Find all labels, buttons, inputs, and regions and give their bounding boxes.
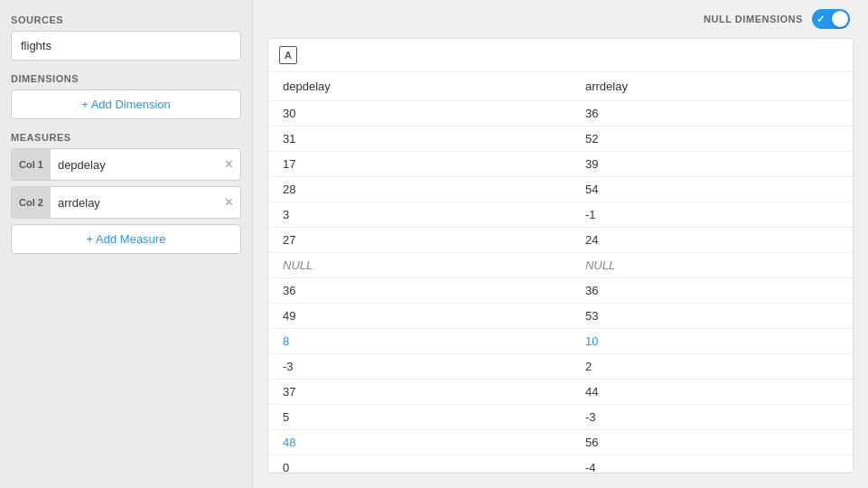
table-header-row: A (268, 39, 853, 72)
cell-arrdelay: 10 (571, 329, 853, 354)
cell-depdelay: 36 (268, 278, 571, 304)
cell-depdelay: 27 (268, 228, 571, 253)
table-type-icon: A (279, 46, 297, 64)
col-header-depdelay: depdelay (268, 72, 571, 101)
cell-arrdelay: NULL (571, 253, 853, 278)
data-table-container: A depdelay arrdelay 30363152173928543-12… (267, 38, 854, 474)
cell-arrdelay: 56 (571, 430, 853, 455)
sources-section: SOURCES (11, 14, 241, 61)
table-row: NULLNULL (268, 253, 853, 278)
cell-arrdelay: 36 (571, 278, 853, 304)
source-input[interactable] (11, 31, 241, 61)
right-area: NULL DIMENSIONS ✓ A depdelay arrdelay 30… (253, 0, 868, 488)
measure-close-2[interactable]: × (218, 187, 240, 218)
cell-depdelay: -3 (268, 354, 571, 380)
table-row: -32 (268, 354, 853, 380)
cell-arrdelay: 44 (571, 380, 853, 405)
cell-arrdelay: 36 (571, 101, 853, 127)
cell-arrdelay: -1 (571, 202, 853, 228)
table-row: 4953 (268, 304, 853, 329)
cell-depdelay: 28 (268, 177, 571, 202)
table-column-headers: depdelay arrdelay (268, 72, 853, 101)
cell-depdelay: NULL (268, 253, 571, 278)
toggle-thumb (832, 11, 848, 27)
table-row: 3152 (268, 127, 853, 152)
cell-arrdelay: 52 (571, 127, 853, 152)
cell-arrdelay: 39 (571, 152, 853, 177)
table-row: 3636 (268, 278, 853, 304)
null-dimensions-toggle[interactable]: ✓ (812, 9, 850, 29)
dimensions-label: DIMENSIONS (11, 73, 241, 84)
cell-arrdelay: -3 (571, 405, 853, 430)
col-badge-2: Col 2 (12, 187, 51, 218)
table-row: 1739 (268, 152, 853, 177)
cell-depdelay: 0 (268, 455, 571, 474)
data-table: depdelay arrdelay 30363152173928543-1272… (268, 72, 853, 473)
cell-depdelay: 8 (268, 329, 571, 354)
measure-row-1: Col 1 × (11, 148, 241, 181)
cell-depdelay: 49 (268, 304, 571, 329)
cell-arrdelay: -4 (571, 455, 853, 474)
top-right-header: NULL DIMENSIONS ✓ (253, 0, 868, 38)
measure-input-2[interactable] (51, 189, 218, 217)
col-badge-1: Col 1 (12, 149, 51, 180)
add-dimension-button[interactable]: + Add Dimension (11, 89, 241, 119)
cell-depdelay: 30 (268, 101, 571, 127)
cell-depdelay: 31 (268, 127, 571, 152)
col-header-arrdelay: arrdelay (571, 72, 853, 101)
cell-arrdelay: 2 (571, 354, 853, 380)
measure-close-1[interactable]: × (218, 149, 240, 180)
cell-depdelay: 48 (268, 430, 571, 455)
measure-row-2: Col 2 × (11, 186, 241, 219)
measures-section: MEASURES Col 1 × Col 2 × + Add Measure (11, 132, 241, 254)
table-row: 2724 (268, 228, 853, 253)
cell-depdelay: 17 (268, 152, 571, 177)
table-row: 5-3 (268, 405, 853, 430)
cell-depdelay: 5 (268, 405, 571, 430)
sources-label: SOURCES (11, 14, 241, 25)
measure-input-1[interactable] (51, 151, 218, 179)
table-row: 3036 (268, 101, 853, 127)
table-row: 3-1 (268, 202, 853, 228)
cell-arrdelay: 53 (571, 304, 853, 329)
null-dimensions-label: NULL DIMENSIONS (704, 14, 803, 24)
table-row: 4856 (268, 430, 853, 455)
cell-depdelay: 3 (268, 202, 571, 228)
cell-depdelay: 37 (268, 380, 571, 405)
add-measure-button[interactable]: + Add Measure (11, 224, 241, 254)
table-row: 810 (268, 329, 853, 354)
table-row: 2854 (268, 177, 853, 202)
dimensions-section: DIMENSIONS + Add Dimension (11, 73, 241, 119)
cell-arrdelay: 54 (571, 177, 853, 202)
table-row: 0-4 (268, 455, 853, 474)
table-row: 3744 (268, 380, 853, 405)
toggle-check-icon: ✓ (817, 14, 825, 25)
cell-arrdelay: 24 (571, 228, 853, 253)
left-panel: SOURCES DIMENSIONS + Add Dimension MEASU… (0, 0, 253, 488)
measures-label: MEASURES (11, 132, 241, 143)
table-scroll-area[interactable]: depdelay arrdelay 30363152173928543-1272… (268, 72, 853, 473)
